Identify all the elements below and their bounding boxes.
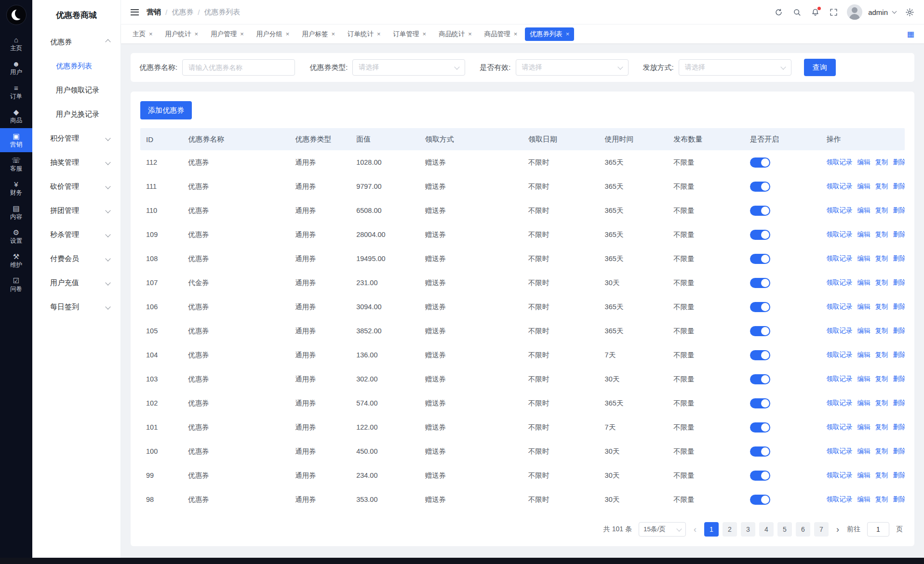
copy-link[interactable]: 复制 bbox=[875, 278, 888, 287]
next-page-button[interactable]: › bbox=[835, 525, 840, 534]
submenu-item-user-claim-records[interactable]: 用户领取记录 bbox=[32, 78, 121, 102]
close-icon[interactable]: × bbox=[468, 31, 472, 37]
copy-link[interactable]: 复制 bbox=[875, 302, 888, 311]
menu-collapse-icon[interactable] bbox=[131, 9, 139, 15]
edit-link[interactable]: 编辑 bbox=[857, 375, 870, 383]
tab-coupon-list[interactable]: 优惠券列表× bbox=[525, 27, 574, 41]
claim-records-link[interactable]: 领取记录 bbox=[826, 351, 852, 359]
edit-link[interactable]: 编辑 bbox=[857, 206, 870, 215]
delete-link[interactable]: 删除 bbox=[893, 182, 904, 191]
claim-records-link[interactable]: 领取记录 bbox=[826, 302, 852, 311]
enable-toggle[interactable] bbox=[750, 398, 770, 408]
enable-toggle[interactable] bbox=[750, 422, 770, 433]
tab-user-stats[interactable]: 用户统计× bbox=[161, 27, 203, 41]
edit-link[interactable]: 编辑 bbox=[857, 447, 870, 456]
copy-link[interactable]: 复制 bbox=[875, 495, 888, 504]
edit-link[interactable]: 编辑 bbox=[857, 254, 870, 263]
sidebar-item-finance[interactable]: ¥财务 bbox=[0, 176, 32, 200]
sidebar-item-survey[interactable]: ☑问卷 bbox=[0, 273, 32, 297]
copy-link[interactable]: 复制 bbox=[875, 423, 888, 432]
page-button[interactable]: 6 bbox=[796, 522, 810, 537]
claim-records-link[interactable]: 领取记录 bbox=[826, 206, 852, 215]
edit-link[interactable]: 编辑 bbox=[857, 302, 870, 311]
breadcrumb-item[interactable]: 优惠券 bbox=[172, 8, 193, 17]
close-icon[interactable]: × bbox=[514, 31, 518, 37]
enable-toggle[interactable] bbox=[750, 182, 770, 192]
copy-link[interactable]: 复制 bbox=[875, 351, 888, 359]
delete-link[interactable]: 删除 bbox=[893, 230, 904, 239]
enable-toggle[interactable] bbox=[750, 157, 770, 168]
claim-records-link[interactable]: 领取记录 bbox=[826, 327, 852, 335]
fullscreen-icon[interactable] bbox=[829, 7, 838, 17]
page-button[interactable]: 1 bbox=[704, 522, 719, 537]
close-icon[interactable]: × bbox=[240, 31, 244, 37]
delete-link[interactable]: 删除 bbox=[893, 206, 904, 215]
delete-link[interactable]: 删除 bbox=[893, 351, 904, 359]
delete-link[interactable]: 删除 bbox=[893, 327, 904, 335]
claim-records-link[interactable]: 领取记录 bbox=[826, 230, 852, 239]
enable-toggle[interactable] bbox=[750, 326, 770, 336]
close-icon[interactable]: × bbox=[566, 31, 570, 37]
page-button[interactable]: 4 bbox=[759, 522, 774, 537]
menu-group-coupon[interactable]: 优惠券 bbox=[32, 30, 121, 54]
tab-order-manage[interactable]: 订单管理× bbox=[388, 27, 431, 41]
coupon-name-input[interactable] bbox=[182, 59, 295, 76]
menu-group-points[interactable]: 积分管理 bbox=[32, 126, 121, 150]
page-button[interactable]: 2 bbox=[723, 522, 737, 537]
enable-toggle[interactable] bbox=[750, 230, 770, 240]
notification-bell-icon[interactable] bbox=[810, 7, 820, 17]
search-button[interactable]: 查询 bbox=[804, 59, 836, 76]
page-button[interactable]: 3 bbox=[741, 522, 755, 537]
enable-toggle[interactable] bbox=[750, 471, 770, 481]
sidebar-item-marketing[interactable]: ▣营销 bbox=[0, 128, 32, 152]
is-valid-select[interactable]: 请选择 bbox=[516, 59, 629, 76]
delete-link[interactable]: 删除 bbox=[893, 423, 904, 432]
delete-link[interactable]: 删除 bbox=[893, 254, 904, 263]
edit-link[interactable]: 编辑 bbox=[857, 423, 870, 432]
coupon-type-select[interactable]: 请选择 bbox=[352, 59, 465, 76]
sidebar-item-cms[interactable]: ▤内容 bbox=[0, 200, 32, 224]
tab-order-stats[interactable]: 订单统计× bbox=[343, 27, 386, 41]
edit-link[interactable]: 编辑 bbox=[857, 182, 870, 191]
page-button[interactable]: 5 bbox=[777, 522, 792, 537]
goto-page-input[interactable] bbox=[867, 522, 889, 537]
claim-records-link[interactable]: 领取记录 bbox=[826, 158, 852, 167]
enable-toggle[interactable] bbox=[750, 302, 770, 312]
menu-group-groupbuy[interactable]: 拼团管理 bbox=[32, 198, 121, 223]
claim-records-link[interactable]: 领取记录 bbox=[826, 278, 852, 287]
enable-toggle[interactable] bbox=[750, 206, 770, 216]
close-icon[interactable]: × bbox=[423, 31, 427, 37]
enable-toggle[interactable] bbox=[750, 495, 770, 505]
close-icon[interactable]: × bbox=[195, 31, 199, 37]
claim-records-link[interactable]: 领取记录 bbox=[826, 182, 852, 191]
add-coupon-button[interactable]: 添加优惠券 bbox=[140, 101, 192, 119]
tab-user-tags[interactable]: 用户标签× bbox=[297, 27, 340, 41]
enable-toggle[interactable] bbox=[750, 374, 770, 384]
edit-link[interactable]: 编辑 bbox=[857, 230, 870, 239]
copy-link[interactable]: 复制 bbox=[875, 182, 888, 191]
claim-records-link[interactable]: 领取记录 bbox=[826, 399, 852, 407]
issue-method-select[interactable]: 请选择 bbox=[679, 59, 791, 76]
refresh-icon[interactable] bbox=[774, 7, 783, 17]
edit-link[interactable]: 编辑 bbox=[857, 399, 870, 407]
username[interactable]: admin bbox=[868, 8, 888, 16]
delete-link[interactable]: 删除 bbox=[893, 158, 904, 167]
submenu-item-coupon-list[interactable]: 优惠券列表 bbox=[32, 54, 121, 78]
copy-link[interactable]: 复制 bbox=[875, 327, 888, 335]
breadcrumb-item[interactable]: 营销 bbox=[147, 8, 161, 17]
sidebar-item-maintain[interactable]: ⚒维护 bbox=[0, 249, 32, 273]
chevron-down-icon[interactable] bbox=[892, 9, 897, 14]
tab-user-group[interactable]: 用户分组× bbox=[252, 27, 295, 41]
delete-link[interactable]: 删除 bbox=[893, 399, 904, 407]
close-icon[interactable]: × bbox=[149, 31, 153, 37]
copy-link[interactable]: 复制 bbox=[875, 399, 888, 407]
close-icon[interactable]: × bbox=[331, 31, 335, 37]
menu-group-lottery[interactable]: 抽奖管理 bbox=[32, 150, 121, 174]
tab-goods-stats[interactable]: 商品统计× bbox=[434, 27, 477, 41]
menu-group-paid-member[interactable]: 付费会员 bbox=[32, 247, 121, 271]
search-icon[interactable] bbox=[792, 7, 802, 17]
menu-group-daily-checkin[interactable]: 每日签到 bbox=[32, 295, 121, 319]
sidebar-item-home[interactable]: ⌂主页 bbox=[0, 32, 32, 56]
claim-records-link[interactable]: 领取记录 bbox=[826, 495, 852, 504]
delete-link[interactable]: 删除 bbox=[893, 471, 904, 480]
